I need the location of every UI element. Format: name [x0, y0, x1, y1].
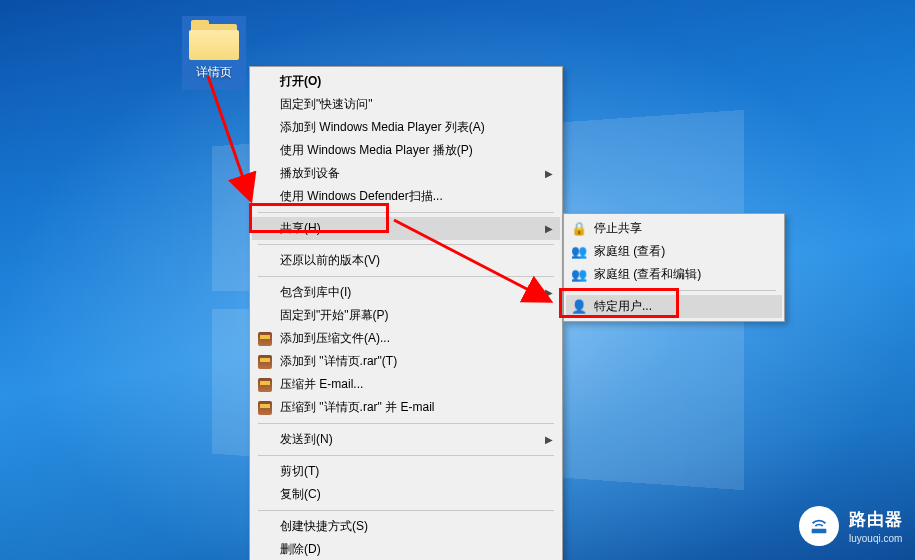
blank-icon — [256, 220, 274, 238]
watermark: 路由器 luyouqi.com — [799, 506, 903, 546]
menu-item-label: 特定用户... — [594, 298, 776, 315]
menu-item[interactable]: 👥家庭组 (查看) — [566, 240, 782, 263]
menu-item-label: 添加到 Windows Media Player 列表(A) — [280, 119, 554, 136]
group-icon: 👥 — [570, 243, 588, 261]
menu-item-label: 家庭组 (查看) — [594, 243, 776, 260]
menu-separator — [258, 276, 554, 277]
menu-item[interactable]: 包含到库中(I)▶ — [252, 281, 560, 304]
menu-item-label: 还原以前的版本(V) — [280, 252, 554, 269]
menu-item-label: 删除(D) — [280, 541, 554, 558]
menu-item-label: 复制(C) — [280, 486, 554, 503]
rar-icon — [256, 376, 274, 394]
folder-icon — [189, 20, 239, 60]
menu-item[interactable]: 👥家庭组 (查看和编辑) — [566, 263, 782, 286]
user-icon: 👤 — [570, 298, 588, 316]
menu-separator — [572, 290, 776, 291]
menu-item-label: 剪切(T) — [280, 463, 554, 480]
menu-separator — [258, 244, 554, 245]
share-submenu: 🔒停止共享👥家庭组 (查看)👥家庭组 (查看和编辑)👤特定用户... — [563, 213, 785, 322]
menu-item[interactable]: 添加到 Windows Media Player 列表(A) — [252, 116, 560, 139]
menu-item[interactable]: 添加到 "详情页.rar"(T) — [252, 350, 560, 373]
blank-icon — [256, 307, 274, 325]
menu-item[interactable]: 使用 Windows Defender扫描... — [252, 185, 560, 208]
blank-icon — [256, 463, 274, 481]
blank-icon — [256, 188, 274, 206]
group-icon: 👥 — [570, 266, 588, 284]
blank-icon — [256, 142, 274, 160]
menu-separator — [258, 423, 554, 424]
menu-item-label: 共享(H) — [280, 220, 544, 237]
menu-item-label: 使用 Windows Media Player 播放(P) — [280, 142, 554, 159]
blank-icon — [256, 73, 274, 91]
menu-item-label: 包含到库中(I) — [280, 284, 544, 301]
menu-item[interactable]: 播放到设备▶ — [252, 162, 560, 185]
blank-icon — [256, 119, 274, 137]
menu-item[interactable]: 创建快捷方式(S) — [252, 515, 560, 538]
menu-item-label: 发送到(N) — [280, 431, 544, 448]
submenu-arrow-icon: ▶ — [544, 223, 554, 234]
menu-item-label: 使用 Windows Defender扫描... — [280, 188, 554, 205]
blank-icon — [256, 96, 274, 114]
watermark-url: luyouqi.com — [849, 533, 902, 544]
context-menu: 打开(O)固定到"快速访问"添加到 Windows Media Player 列… — [249, 66, 563, 560]
menu-item[interactable]: 剪切(T) — [252, 460, 560, 483]
menu-item[interactable]: 使用 Windows Media Player 播放(P) — [252, 139, 560, 162]
menu-item-label: 停止共享 — [594, 220, 776, 237]
menu-item-label: 打开(O) — [280, 73, 554, 90]
menu-separator — [258, 455, 554, 456]
menu-item[interactable]: 固定到"开始"屏幕(P) — [252, 304, 560, 327]
menu-item[interactable]: 添加到压缩文件(A)... — [252, 327, 560, 350]
menu-item[interactable]: 发送到(N)▶ — [252, 428, 560, 451]
menu-item-label: 压缩并 E-mail... — [280, 376, 554, 393]
submenu-arrow-icon: ▶ — [544, 168, 554, 179]
blank-icon — [256, 486, 274, 504]
menu-separator — [258, 510, 554, 511]
menu-item-label: 固定到"开始"屏幕(P) — [280, 307, 554, 324]
blank-icon — [256, 518, 274, 536]
menu-item[interactable]: 还原以前的版本(V) — [252, 249, 560, 272]
rar-icon — [256, 353, 274, 371]
folder-label: 详情页 — [196, 64, 232, 81]
watermark-name: 路由器 — [849, 508, 903, 531]
router-icon — [799, 506, 839, 546]
lock-icon: 🔒 — [570, 220, 588, 238]
desktop-background: 详情页 打开(O)固定到"快速访问"添加到 Windows Media Play… — [0, 0, 915, 560]
menu-item[interactable]: 🔒停止共享 — [566, 217, 782, 240]
menu-item[interactable]: 删除(D) — [252, 538, 560, 560]
menu-item[interactable]: 复制(C) — [252, 483, 560, 506]
menu-item-label: 创建快捷方式(S) — [280, 518, 554, 535]
menu-item-label: 家庭组 (查看和编辑) — [594, 266, 776, 283]
submenu-arrow-icon: ▶ — [544, 434, 554, 445]
blank-icon — [256, 284, 274, 302]
blank-icon — [256, 541, 274, 559]
menu-item-label: 播放到设备 — [280, 165, 544, 182]
blank-icon — [256, 431, 274, 449]
blank-icon — [256, 252, 274, 270]
menu-separator — [258, 212, 554, 213]
blank-icon — [256, 165, 274, 183]
menu-item-label: 压缩到 "详情页.rar" 并 E-mail — [280, 399, 554, 416]
rar-icon — [256, 330, 274, 348]
rar-icon — [256, 399, 274, 417]
menu-item[interactable]: 压缩到 "详情页.rar" 并 E-mail — [252, 396, 560, 419]
menu-item[interactable]: 打开(O) — [252, 70, 560, 93]
menu-item-label: 添加到 "详情页.rar"(T) — [280, 353, 554, 370]
menu-item[interactable]: 👤特定用户... — [566, 295, 782, 318]
svg-rect-2 — [812, 529, 827, 534]
menu-item[interactable]: 压缩并 E-mail... — [252, 373, 560, 396]
menu-item-label: 添加到压缩文件(A)... — [280, 330, 554, 347]
menu-item[interactable]: 固定到"快速访问" — [252, 93, 560, 116]
menu-item-label: 固定到"快速访问" — [280, 96, 554, 113]
submenu-arrow-icon: ▶ — [544, 287, 554, 298]
desktop-folder[interactable]: 详情页 — [182, 16, 246, 90]
menu-item[interactable]: 共享(H)▶ — [252, 217, 560, 240]
